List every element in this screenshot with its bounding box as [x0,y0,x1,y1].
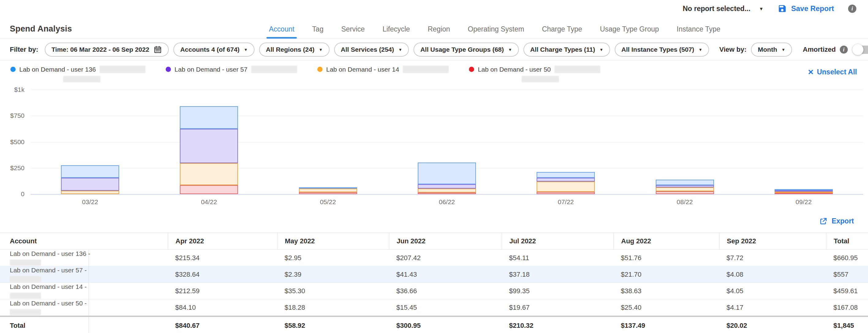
bar-segment[interactable] [656,191,714,194]
filter-pill-label: Accounts 4 (of 674) [180,46,240,53]
table-total-row: Total$840.67$58.92$300.95$210.32$137.49$… [0,316,868,333]
chevron-down-icon: ▼ [759,6,764,11]
filter-pill-label: All Instance Types (507) [621,46,694,53]
info-icon[interactable]: i [840,45,848,54]
total-value-cell: $210.32 [502,317,614,333]
column-header-total[interactable]: Total [826,233,868,249]
legend-dot [469,67,474,72]
bar-segment[interactable] [537,181,595,192]
bar-07-22[interactable] [537,172,595,194]
table-cell: $207.42 [389,250,502,266]
total-label-cell: Total [0,317,89,333]
tab-operating-system[interactable]: Operating System [468,25,524,39]
bar-segment[interactable] [299,192,357,194]
unselect-all-button[interactable]: ✕ Unselect All [808,68,857,76]
bar-segment[interactable] [180,185,238,194]
column-header-aug-2022[interactable]: Aug 2022 [614,233,719,249]
gridline [31,194,863,195]
account-cell: Lab on Demand - user 57 - [0,266,89,282]
total-value-cell: $137.49 [614,317,719,333]
column-header-account[interactable]: Account [0,233,89,249]
caret-down-icon: ▼ [399,48,402,52]
gridline [31,116,863,116]
tab-lifecycle[interactable]: Lifecycle [382,25,410,39]
tab-instance-type[interactable]: Instance Type [677,25,720,39]
bar-segment[interactable] [537,178,595,182]
table-cell: $38.63 [614,283,719,299]
bar-04-22[interactable] [180,106,238,194]
bar-segment[interactable] [61,165,119,178]
legend-item-2[interactable]: Lab on Demand - user 57 [166,66,297,73]
filter-pill-time-06-mar-2022-06-sep-2022[interactable]: Time: 06 Mar 2022 - 06 Sep 2022 [45,42,169,57]
report-selector-value: No report selected... [683,5,750,13]
view-by-value: Month [758,46,777,53]
bar-08-22[interactable] [656,180,714,194]
bar-06-22[interactable] [418,163,476,194]
bar-segment[interactable] [656,187,714,191]
filter-pill-accounts-4-of-674[interactable]: Accounts 4 (of 674)▼ [173,42,254,57]
tab-account[interactable]: Account [269,25,294,39]
bar-segment[interactable] [180,106,238,129]
export-icon [819,217,828,225]
bar-segment[interactable] [418,189,476,193]
bar-09-22[interactable] [775,189,833,194]
report-selector-dropdown[interactable]: No report selected... ▼ [683,5,764,13]
filter-pill-all-regions-24[interactable]: All Regions (24)▼ [259,42,330,57]
table-cell: $215.34 [168,250,277,266]
close-icon: ✕ [808,69,814,76]
legend-item-1[interactable]: Lab on Demand - user 136 [10,66,146,82]
tab-charge-type[interactable]: Charge Type [542,25,582,39]
filter-pill-all-charge-types-11[interactable]: All Charge Types (11)▼ [523,42,610,57]
filter-pill-all-services-254[interactable]: All Services (254)▼ [334,42,409,57]
bar-03-22[interactable] [61,165,119,194]
table-cell: $4.08 [719,266,826,282]
column-header-sep-2022[interactable]: Sep 2022 [719,233,826,249]
filter-pill-all-usage-type-groups-68[interactable]: All Usage Type Groups (68)▼ [413,42,519,57]
table-cell: $459.61 [826,283,868,299]
table-row: Lab on Demand - user 57 -$328.64$2.39$41… [0,266,868,283]
filter-pill-all-instance-types-507[interactable]: All Instance Types (507)▼ [615,42,709,57]
bar-segment[interactable] [180,129,238,163]
column-header-apr-2022[interactable]: Apr 2022 [168,233,277,249]
bar-segment[interactable] [775,193,833,194]
tab-region[interactable]: Region [428,25,450,39]
table-cell: $36.66 [389,283,502,299]
table-cell: $4.17 [719,299,826,315]
bar-segment[interactable] [537,172,595,177]
bar-segment[interactable] [180,163,238,185]
bar-segment[interactable] [656,185,714,187]
y-axis-tick-label: $750 [1,112,25,120]
view-by-dropdown[interactable]: Month ▼ [751,42,792,57]
tab-tag[interactable]: Tag [312,25,323,39]
page-title: Spend Analysis [10,24,72,34]
column-header-jul-2022[interactable]: Jul 2022 [502,233,614,249]
y-axis-tick-label: $1k [1,86,25,93]
bar-segment[interactable] [537,192,595,194]
legend-item-3[interactable]: Lab on Demand - user 14 [317,66,449,73]
legend-item-4[interactable]: Lab on Demand - user 50 [469,66,600,82]
amortized-toggle[interactable] [854,45,868,54]
bar-05-22[interactable] [299,187,357,194]
redacted-text [251,66,297,73]
title-tabs-row: Spend Analysis AccountTagServiceLifecycl… [0,17,868,39]
bar-segment[interactable] [61,191,119,194]
unselect-all-label: Unselect All [817,68,857,76]
total-value-cell: $58.92 [277,317,389,333]
tab-usage-type-group[interactable]: Usage Type Group [600,25,659,39]
bar-segment[interactable] [656,180,714,185]
save-report-button[interactable]: Save Report [778,4,834,13]
info-icon[interactable]: i [848,5,856,13]
bar-segment[interactable] [418,163,476,184]
column-header-may-2022[interactable]: May 2022 [277,233,389,249]
bar-segment[interactable] [418,193,476,194]
y-axis-tick-label: $250 [1,164,25,172]
export-button[interactable]: Export [832,217,854,225]
column-header-jun-2022[interactable]: Jun 2022 [389,233,502,249]
bar-segment[interactable] [61,178,119,190]
x-axis-tick-label: 06/22 [413,198,480,206]
bar-segment[interactable] [418,184,476,189]
tab-service[interactable]: Service [341,25,365,39]
bar-segment[interactable] [299,189,357,192]
legend-dot [10,67,16,72]
table-row: Lab on Demand - user 136 -$215.34$2.95$2… [0,250,868,266]
